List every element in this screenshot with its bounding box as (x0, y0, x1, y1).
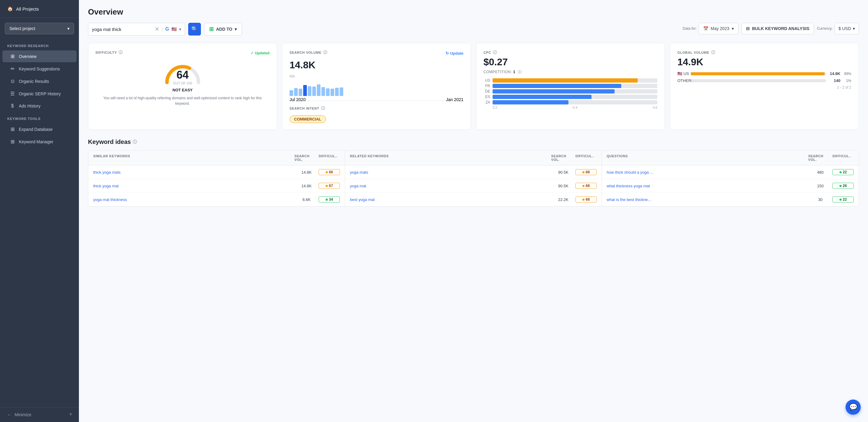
keyword-ideas-title: Keyword ideas ⓘ (88, 139, 859, 145)
pencil-icon: ✏ (10, 66, 15, 72)
project-selector[interactable]: Select project ▾ (5, 23, 74, 34)
currency-value: $ USD (839, 26, 851, 31)
diff-badge: 34 (319, 197, 340, 203)
expand-icon: ⊞ (10, 126, 15, 132)
date-label: May 2023 (711, 26, 729, 31)
chevron-down-icon[interactable]: ▾ (179, 27, 181, 32)
add-to-label: ADD TO (216, 27, 232, 32)
search-intent-label: SEARCH INTENT (289, 107, 319, 110)
table-row: yoga mats 90.5K 68 (345, 165, 601, 179)
intent-badge: COMMERCIAL (289, 115, 326, 123)
chevron-down-icon: ▾ (853, 26, 855, 31)
diff-badge: 66 (319, 169, 340, 175)
keyword-tables: SIMILAR KEYWORDS SEARCH VOL. DIFFICUL.. … (88, 150, 859, 207)
kw-link[interactable]: what thickness yoga mat (607, 184, 808, 188)
diff-badge: 68 (576, 183, 597, 189)
competition-label: COMPETITION: (484, 70, 512, 74)
flag-icon: 🇺🇸 (172, 27, 177, 32)
add-to-button[interactable]: ⊞ ADD TO ▾ (204, 23, 242, 35)
kw-link[interactable]: thick yoga mats (93, 170, 294, 175)
global-us-pct: 99% (843, 72, 851, 76)
kw-link[interactable]: what is the best thickne... (607, 197, 808, 202)
sidebar-item-organic-results[interactable]: ⊙ Organic Results (2, 75, 76, 87)
search-volume-chart: 80k (289, 74, 463, 96)
home-icon: 🏠 (7, 6, 13, 11)
table-row: thick yoga mat 14.8K 67 (88, 179, 345, 193)
bar-6 (312, 87, 316, 96)
kw-vol: 14.8K (294, 184, 319, 188)
similar-col3: DIFFICUL.. (319, 154, 340, 161)
section-keyword-research: KEYWORD RESEARCH (0, 39, 79, 50)
main-content: Overview ✕ | G 🇺🇸 ▾ 🔍 ⊞ (79, 0, 868, 422)
minimize-button[interactable]: ← Minimize ? (0, 407, 79, 422)
global-bar-track-us (691, 72, 826, 75)
diff-badge: 26 (833, 183, 854, 189)
update-button[interactable]: ↻ Update (445, 51, 463, 56)
divider: | (162, 27, 163, 32)
dollar-icon: $ (10, 103, 15, 109)
sidebar-item-overview[interactable]: ⊞ Overview (2, 51, 76, 62)
bulk-label: BULK KEYWORD ANALYSIS (752, 26, 809, 31)
manager-icon: ⊞ (10, 139, 15, 145)
related-col1: RELATED KEYWORDS (350, 154, 551, 161)
search-button[interactable]: 🔍 (188, 23, 201, 35)
update-label: Update (450, 51, 463, 56)
kw-link[interactable]: thick yoga mat (93, 184, 294, 188)
sidebar-item-label: Ads History (19, 103, 41, 109)
bar-11 (335, 88, 339, 96)
cpc-country-es: ES (484, 95, 490, 99)
competition-info-icon[interactable]: ⓘ (518, 70, 522, 74)
global-row-us: 🇺🇸 US 14.8K 99% (677, 71, 851, 76)
table-row: best yoga mat 22.2K 68 (345, 193, 601, 206)
clear-button[interactable]: ✕ (155, 26, 159, 32)
cpc-bar-za: ZA (484, 100, 657, 104)
kw-link[interactable]: yoga mats (350, 170, 551, 175)
global-volume-info-icon[interactable]: ⓘ (711, 50, 715, 55)
questions-col2: SEARCH VOL. (808, 154, 833, 161)
sidebar-item-keyword-suggestions[interactable]: ✏ Keyword Suggestions (2, 63, 76, 75)
currency-selector[interactable]: $ USD ▾ (835, 23, 859, 34)
questions-col1: QUESTIONS (607, 154, 808, 161)
sidebar-logo[interactable]: 🏠 All Projects (0, 0, 79, 18)
kw-link[interactable]: yoga mat thickness (93, 197, 294, 202)
cpc-country-fr: FR (484, 84, 490, 88)
bulk-keyword-analysis-button[interactable]: ⊟ BULK KEYWORD ANALYSIS (741, 23, 814, 34)
x-label-1: Jul 2020 (289, 97, 306, 102)
kw-link[interactable]: yoga mat (350, 184, 551, 188)
kw-vol: 6.6K (294, 197, 319, 202)
keyword-ideas-info-icon[interactable]: ⓘ (133, 139, 137, 145)
cpc-x-axis: 0.2 0.4 0.6 (484, 106, 657, 109)
help-icon[interactable]: ? (69, 412, 72, 417)
similar-col1: SIMILAR KEYWORDS (93, 154, 294, 161)
cpc-info-icon[interactable]: ⓘ (493, 50, 497, 55)
table-row: what is the best thickne... 30 22 (602, 193, 859, 206)
cpc-value: $0.27 (484, 57, 657, 68)
section-keyword-tools: KEYWORD TOOLS (0, 112, 79, 123)
difficulty-info-icon[interactable]: ⓘ (119, 50, 123, 55)
keyword-ideas-section: Keyword ideas ⓘ SIMILAR KEYWORDS SEARCH … (88, 139, 859, 207)
global-country-us: 🇺🇸 US (677, 71, 688, 76)
sidebar-item-keyword-manager[interactable]: ⊞ Keyword Manager (2, 136, 76, 148)
questions-table: QUESTIONS SEARCH VOL. DIFFICUL.. how thi… (602, 151, 859, 206)
search-volume-info-icon[interactable]: ⓘ (323, 50, 328, 55)
x-axis-04: 0.4 (573, 106, 577, 109)
sidebar-item-expand-database[interactable]: ⊞ Expand Database (2, 123, 76, 135)
date-selector[interactable]: 📅 May 2023 ▾ (699, 23, 738, 34)
bar-5 (308, 86, 311, 96)
diff-badge: 68 (576, 197, 597, 203)
search-input[interactable] (92, 27, 152, 32)
sidebar-item-organic-serp-history[interactable]: ☰ Organic SERP History (2, 88, 76, 99)
table-row: yoga mat thickness 6.6K 34 (88, 193, 345, 206)
kw-link[interactable]: best yoga mat (350, 197, 551, 202)
bar-8 (321, 87, 325, 96)
chat-bubble-button[interactable]: 💬 (845, 399, 861, 415)
search-volume-card: SEARCH VOLUME ⓘ ↻ Update 14.8K 80k (282, 43, 471, 130)
sidebar-item-ads-history[interactable]: $ Ads History (2, 100, 76, 112)
competition-value: 1 (513, 70, 515, 74)
questions-header: QUESTIONS SEARCH VOL. DIFFICUL.. (602, 151, 859, 165)
sidebar-item-label: Overview (19, 54, 36, 59)
search-intent-info-icon[interactable]: ⓘ (321, 106, 326, 111)
kw-vol: 14.8K (294, 170, 319, 175)
kw-link[interactable]: how thick should a yoga ... (607, 170, 808, 175)
global-other-value: 140 (828, 78, 840, 83)
